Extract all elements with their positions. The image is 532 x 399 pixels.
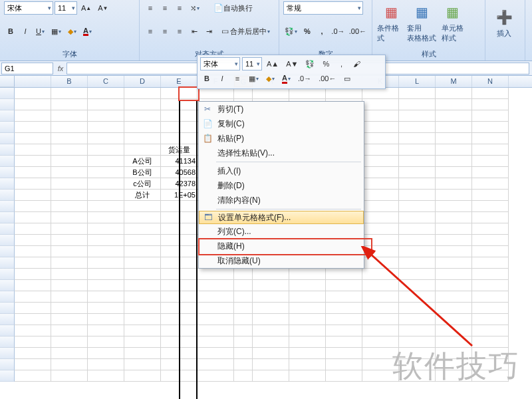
cell[interactable]	[15, 269, 51, 280]
cell[interactable]	[161, 314, 198, 325]
row-header[interactable]	[0, 291, 15, 303]
cell[interactable]	[88, 370, 124, 382]
align-left-icon[interactable]: ≡	[144, 25, 157, 38]
cell[interactable]	[472, 235, 509, 246]
cell[interactable]	[289, 88, 326, 99]
cell[interactable]	[15, 88, 51, 99]
cell[interactable]: A公司	[124, 156, 161, 167]
cell[interactable]	[88, 314, 124, 325]
cell[interactable]	[234, 325, 253, 336]
row-header[interactable]	[0, 167, 15, 178]
cell[interactable]	[362, 88, 399, 99]
mini-align-icon[interactable]: ≡	[231, 72, 244, 85]
ctx-paste[interactable]: 📋粘贴(P)	[199, 131, 364, 146]
cell[interactable]	[51, 303, 88, 314]
cell[interactable]	[326, 348, 362, 359]
cell[interactable]	[161, 359, 198, 370]
row-header[interactable]	[0, 144, 15, 156]
cell[interactable]	[234, 370, 253, 382]
select-all-corner[interactable]	[0, 76, 15, 87]
mini-decinc-icon[interactable]: .0→	[295, 72, 314, 85]
cell[interactable]	[436, 144, 472, 156]
cell[interactable]	[472, 223, 509, 235]
cell[interactable]	[161, 201, 198, 212]
cell[interactable]	[51, 88, 88, 99]
cell[interactable]	[161, 348, 198, 359]
mini-fontcolor-icon[interactable]: A▾	[279, 72, 293, 85]
cell[interactable]	[289, 291, 326, 303]
cell[interactable]	[472, 178, 509, 190]
cell[interactable]	[234, 280, 253, 291]
comma-button[interactable]: ,	[315, 25, 329, 38]
cell[interactable]	[472, 156, 509, 167]
cell[interactable]	[289, 370, 326, 382]
cell[interactable]: 42378	[161, 178, 198, 190]
cell-style-button[interactable]: ▦单元格 样式	[438, 1, 467, 44]
cell[interactable]	[15, 133, 51, 144]
cell[interactable]	[436, 212, 472, 223]
col-header-L[interactable]: L	[399, 76, 436, 87]
cell[interactable]	[88, 212, 124, 223]
cell[interactable]	[399, 235, 436, 246]
cell[interactable]	[51, 190, 88, 201]
cell[interactable]	[399, 212, 436, 223]
cell[interactable]	[51, 144, 88, 156]
row-header[interactable]	[0, 99, 15, 110]
col-header-M[interactable]: M	[436, 76, 472, 87]
cell[interactable]	[198, 269, 234, 280]
mini-percent-icon[interactable]: %	[319, 57, 332, 70]
cell[interactable]	[472, 133, 509, 144]
cell[interactable]	[124, 280, 161, 291]
cell[interactable]	[88, 110, 124, 122]
cell[interactable]	[51, 269, 88, 280]
cell[interactable]	[15, 336, 51, 348]
cell[interactable]	[51, 212, 88, 223]
cell[interactable]	[124, 201, 161, 212]
cell[interactable]	[399, 122, 436, 133]
align-middle-icon[interactable]: ≡	[158, 1, 172, 15]
row-header[interactable]	[0, 348, 15, 359]
cell[interactable]	[362, 156, 399, 167]
cell[interactable]	[51, 325, 88, 336]
cell[interactable]	[253, 314, 289, 325]
cell[interactable]	[161, 336, 198, 348]
cell[interactable]	[289, 303, 326, 314]
cell[interactable]	[362, 201, 399, 212]
cell[interactable]	[124, 246, 161, 257]
ctx-delete[interactable]: 删除(D)	[199, 178, 364, 193]
cell[interactable]	[198, 314, 234, 325]
cell[interactable]	[15, 190, 51, 201]
cell[interactable]	[15, 314, 51, 325]
col-header-D[interactable]: D	[124, 76, 161, 87]
cell[interactable]	[161, 280, 198, 291]
cell[interactable]	[198, 325, 234, 336]
cell[interactable]	[88, 280, 124, 291]
cell[interactable]	[289, 325, 326, 336]
indent-dec-icon[interactable]: ⇤	[188, 25, 201, 38]
cell[interactable]	[51, 280, 88, 291]
cell[interactable]: 总计	[124, 190, 161, 201]
number-format-combo[interactable]: 常规	[283, 1, 363, 15]
cell[interactable]	[51, 133, 88, 144]
cell[interactable]	[124, 110, 161, 122]
cell[interactable]	[399, 99, 436, 110]
cell[interactable]	[253, 348, 289, 359]
cell[interactable]	[88, 178, 124, 190]
cell[interactable]	[399, 190, 436, 201]
cell[interactable]	[399, 133, 436, 144]
cell[interactable]	[326, 269, 362, 280]
cell[interactable]	[234, 348, 253, 359]
ctx-insert[interactable]: 插入(I)	[199, 164, 364, 178]
cell[interactable]	[88, 269, 124, 280]
font-color-button[interactable]: A▾	[80, 25, 94, 38]
cell[interactable]	[472, 110, 509, 122]
cell[interactable]	[124, 212, 161, 223]
cell[interactable]	[436, 167, 472, 178]
cell[interactable]	[253, 370, 289, 382]
cell[interactable]	[161, 269, 198, 280]
cell[interactable]	[326, 325, 362, 336]
cell[interactable]	[234, 269, 253, 280]
row-header[interactable]	[0, 359, 15, 370]
cell[interactable]	[51, 235, 88, 246]
cell[interactable]	[362, 133, 399, 144]
